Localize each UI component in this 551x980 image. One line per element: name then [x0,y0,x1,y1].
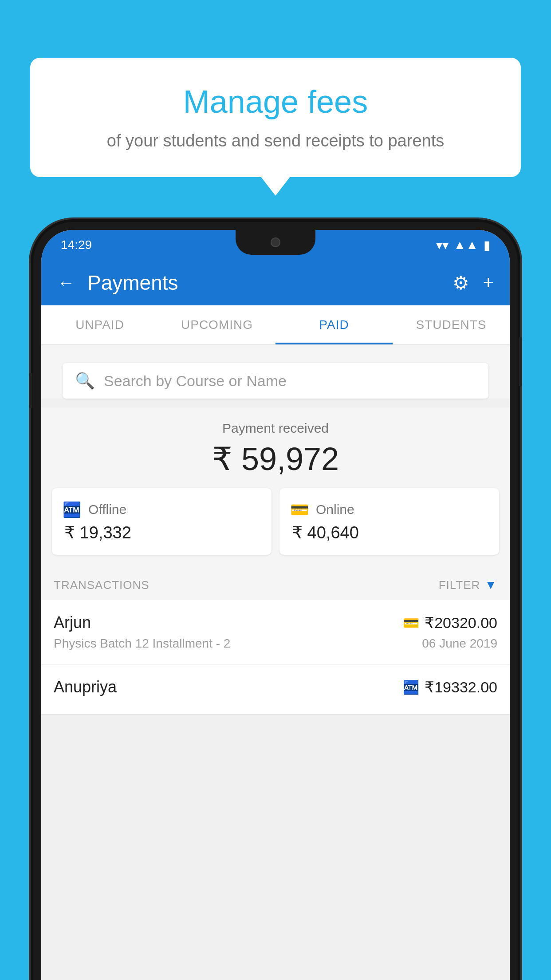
filter-button[interactable]: FILTER ▼ [439,578,497,592]
search-placeholder: Search by Course or Name [104,372,476,390]
header-actions: ⚙ + [453,272,494,294]
table-row[interactable]: Anupriya 🏧 ₹19332.00 [41,664,510,715]
app-header: ← Payments ⚙ + [41,260,510,305]
phone-screen: 14:29 ▾▾ ▲▲ ▮ ← Payments ⚙ + UNPAID UPCO… [41,230,510,980]
payment-received-label: Payment received [52,421,499,436]
transaction-date: 06 June 2019 [422,636,497,651]
tab-paid[interactable]: PAID [276,305,393,344]
transaction-row-top: Arjun 💳 ₹20320.00 [54,613,497,632]
transactions-header: TRANSACTIONS FILTER ▼ [41,565,510,600]
transaction-detail: Physics Batch 12 Installment - 2 [54,636,230,651]
offline-card-header: 🏧 Offline [63,501,126,518]
online-payment-icon: 💳 [403,615,419,631]
offline-label: Offline [88,502,126,517]
online-amount: ₹ 40,640 [290,523,359,542]
back-button[interactable]: ← [57,273,75,293]
signal-icon: ▲▲ [454,238,478,252]
payment-cards: 🏧 Offline ₹ 19,332 💳 Online ₹ 40,640 [52,488,499,555]
transaction-row-top: Anupriya 🏧 ₹19332.00 [54,678,497,696]
online-label: Online [316,502,354,517]
tabs-bar: UNPAID UPCOMING PAID STUDENTS [41,305,510,345]
wifi-icon: ▾▾ [436,238,449,253]
settings-icon[interactable]: ⚙ [453,272,469,294]
battery-icon: ▮ [484,238,490,253]
offline-payment-icon: 🏧 [403,680,419,695]
speech-bubble: Manage fees of your students and send re… [30,58,521,177]
transaction-amount: ₹19332.00 [425,678,497,696]
transactions-label: TRANSACTIONS [54,578,150,592]
power-button [519,337,522,386]
online-icon: 💳 [290,501,309,518]
offline-card: 🏧 Offline ₹ 19,332 [52,488,272,555]
table-row[interactable]: Arjun 💳 ₹20320.00 Physics Batch 12 Insta… [41,600,510,664]
transaction-name: Anupriya [54,678,117,696]
filter-label: FILTER [439,578,480,592]
transaction-amount-wrap: 🏧 ₹19332.00 [403,678,497,696]
header-title: Payments [87,271,440,295]
status-time: 14:29 [61,238,92,252]
speech-bubble-container: Manage fees of your students and send re… [30,58,521,177]
transaction-row-bottom: Physics Batch 12 Installment - 2 06 June… [54,636,497,651]
phone-frame: 14:29 ▾▾ ▲▲ ▮ ← Payments ⚙ + UNPAID UPCO… [33,222,518,980]
transaction-amount: ₹20320.00 [425,614,497,632]
search-icon: 🔍 [75,371,95,390]
bubble-subtitle: of your students and send receipts to pa… [57,129,494,153]
offline-amount: ₹ 19,332 [63,523,131,542]
volume-button [29,373,32,408]
payment-summary: Payment received ₹ 59,972 🏧 Offline ₹ 19… [41,407,510,565]
tab-upcoming[interactable]: UPCOMING [158,305,276,344]
status-icons: ▾▾ ▲▲ ▮ [436,238,490,253]
tab-unpaid[interactable]: UNPAID [41,305,158,344]
add-button[interactable]: + [483,272,494,293]
payment-total-amount: ₹ 59,972 [52,440,499,478]
online-card-header: 💳 Online [290,501,354,518]
filter-icon: ▼ [484,578,497,592]
online-card: 💳 Online ₹ 40,640 [279,488,499,555]
search-bar[interactable]: 🔍 Search by Course or Name [63,363,488,399]
phone-notch [236,230,315,255]
bubble-title: Manage fees [57,84,494,119]
offline-icon: 🏧 [63,501,81,518]
transaction-name: Arjun [54,613,91,632]
camera [271,237,280,247]
transaction-amount-wrap: 💳 ₹20320.00 [403,614,497,632]
tab-students[interactable]: STUDENTS [393,305,510,344]
